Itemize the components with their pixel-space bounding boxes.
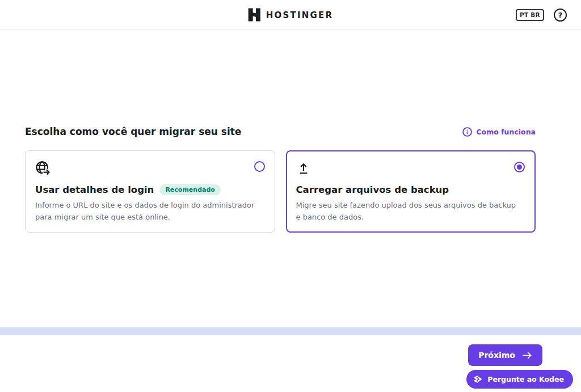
hostinger-h-icon [248,8,261,22]
section-heading-row: Escolha como você quer migrar seu site C… [25,126,536,137]
help-icon[interactable]: ? [554,9,567,22]
option-title: Carregar arquivos de backup [296,184,449,195]
how-it-works-label: Como funciona [476,128,536,136]
next-button[interactable]: Próximo [468,344,542,366]
kodee-icon [473,374,483,384]
ask-kodee-button[interactable]: Pergunte ao Kodee [466,370,573,389]
option-description: Migre seu site fazendo upload dos seus a… [296,199,526,223]
migration-wizard-page: HOSTINGER PT BR ? Escolha como você quer… [0,0,581,392]
option-description: Informe o URL do site e os dados de logi… [35,199,265,223]
arrow-right-icon [521,351,532,360]
globe-arrow-icon [35,161,265,176]
top-header: HOSTINGER PT BR ? [0,0,581,30]
info-icon [462,127,472,137]
recommended-badge: Recomendado [159,184,221,195]
hostinger-logo: HOSTINGER [248,8,333,22]
option-title: Usar detalhes de login [35,184,154,195]
option-card-login-details[interactable]: Usar detalhes de login Recomendado Infor… [25,150,275,233]
migration-options: Usar detalhes de login Recomendado Infor… [25,150,536,233]
divider-bar [0,327,581,335]
radio-login-details[interactable] [254,161,265,172]
next-button-label: Próximo [478,351,515,360]
option-card-upload-backup[interactable]: Carregar arquivos de backup Migre seu si… [286,150,536,233]
radio-upload-backup[interactable] [514,162,525,172]
language-button[interactable]: PT BR [516,9,544,21]
card-title-row: Usar detalhes de login Recomendado [35,184,265,195]
ask-kodee-label: Pergunte ao Kodee [487,375,564,383]
how-it-works-link[interactable]: Como funciona [462,127,536,137]
card-title-row: Carregar arquivos de backup [296,184,526,195]
header-controls: PT BR ? [516,0,567,30]
upload-icon [296,161,526,176]
brand-wordmark: HOSTINGER [266,10,333,20]
page-title: Escolha como você quer migrar seu site [25,126,241,137]
